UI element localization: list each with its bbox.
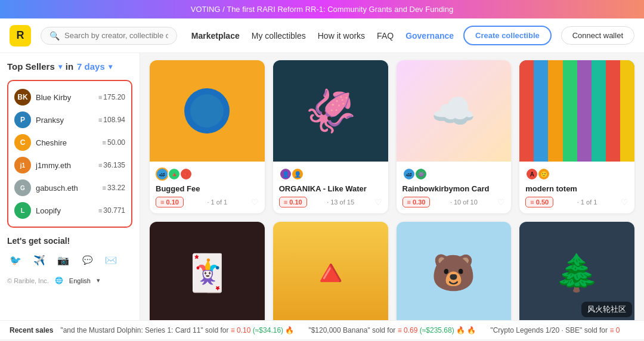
ticker-item: "Crypto Legends 1/20 · SBE" sold for ≡ 0 <box>490 326 620 334</box>
search-bar[interactable]: 🔍 <box>41 27 177 45</box>
top-sellers-dropdown[interactable]: ▾ <box>58 63 62 71</box>
avatar: 🏎 <box>156 168 169 181</box>
search-input[interactable] <box>64 31 168 40</box>
instagram-icon[interactable]: 📷 <box>55 252 72 268</box>
list-item[interactable]: BK Blue Kirby ≡ 175.20 <box>12 86 128 108</box>
telegram-icon[interactable]: ✈️ <box>31 252 48 268</box>
eth-icon: ≡ <box>103 184 106 191</box>
connect-wallet-button[interactable]: Connect wallet <box>561 26 634 45</box>
nft-image <box>150 60 265 162</box>
avatar: 🔺 <box>168 168 181 181</box>
nft-card-body: 🏎 🔺 🔻 Bugged Fee ≡ 0.10 · 1 of 1 ♡ <box>150 162 265 213</box>
chevron-down-icon: ▾ <box>97 277 100 284</box>
seller-price: ≡ 33.22 <box>103 184 125 192</box>
social-section: Let's get social! 🐦 ✈️ 📷 💬 ✉️ <box>7 236 132 268</box>
like-icon[interactable]: ♡ <box>251 197 259 207</box>
eth-icon: ≡ <box>98 116 102 123</box>
like-icon[interactable]: ♡ <box>497 197 505 207</box>
banner-text: VOTING / The first RARI Reform RR-1: Com… <box>191 5 453 14</box>
footer-language[interactable]: English <box>69 277 91 284</box>
ticker-item: "and the Mustard Dolphin: Series 1: Card… <box>60 326 294 334</box>
seller-name: j1mmy.eth <box>36 161 94 170</box>
period-dropdown[interactable]: ▾ <box>109 63 112 71</box>
nft-card[interactable]: 🔺 🏎 🔴 Triangle Art ≡ 0.20 · 2 of 8 ♡ <box>273 222 388 320</box>
nft-card[interactable]: 🃏 🏎 ⚫ ⚪ Card 2 ≡ 0.15 · 1 of 5 ♡ <box>150 222 265 320</box>
list-item[interactable]: j1 j1mmy.eth ≡ 36.135 <box>12 154 128 176</box>
nft-card[interactable]: 🦑 👤 👤 ORGANIKA - Like Water ≡ 0.10 · 13 … <box>273 60 388 213</box>
nft-card[interactable]: ☁️ 🏎 👾 Rainbowkirbymon Card ≡ 0.30 · 10 … <box>397 60 512 213</box>
nav-governance[interactable]: Governance <box>405 31 454 41</box>
seller-price: ≡ 36.135 <box>98 161 125 169</box>
nft-title: Bugged Fee <box>156 184 259 193</box>
nft-card[interactable]: 🐻 🏎 🟡 DVD Bear ≡ 0.12 · 3 of 10 ♡ <box>397 222 512 320</box>
nft-title: Rainbowkirbymon Card <box>402 184 506 193</box>
list-item[interactable]: C Cheshire ≡ 50.00 <box>12 131 128 154</box>
nav-faq[interactable]: FAQ <box>377 31 394 41</box>
nft-title: modern totem <box>525 184 628 193</box>
nft-creators: A 🙂 <box>525 168 628 181</box>
twitter-icon[interactable]: 🐦 <box>7 252 24 268</box>
nft-image: 🃏 <box>150 222 265 320</box>
list-item[interactable]: L Loopify ≡ 30.771 <box>12 199 128 222</box>
ticker-price: ≡ 0.10 <box>231 326 251 334</box>
nft-card-body: A 🙂 modern totem ≡ 0.50 · 1 of 1 ♡ <box>519 162 634 213</box>
nft-price-badge[interactable]: ≡ 0.10 <box>279 197 307 207</box>
nft-image: 🐻 <box>397 222 512 320</box>
avatar: 👤 <box>291 168 304 181</box>
nft-supply: · 10 of 10 <box>450 199 478 206</box>
top-banner: VOTING / The first RARI Reform RR-1: Com… <box>0 0 644 18</box>
sidebar: Top Sellers ▾ in 7 days ▾ BK Blue Kirby … <box>0 53 140 320</box>
top-sellers-label: Top Sellers <box>7 61 55 72</box>
list-item[interactable]: G gabusch.eth ≡ 33.22 <box>12 176 128 199</box>
search-icon: 🔍 <box>49 31 60 41</box>
avatar: BK <box>14 89 31 106</box>
nft-image <box>519 60 634 162</box>
price-value: 175.20 <box>103 93 125 101</box>
like-icon[interactable]: ♡ <box>621 197 628 207</box>
ticker-usd: (≈$235.68) <box>420 326 454 334</box>
footer-copyright: © Rarible, Inc. <box>7 277 49 284</box>
nav-how-it-works[interactable]: How it works <box>318 31 365 41</box>
nav-marketplace[interactable]: Marketplace <box>191 31 240 41</box>
fire-icon-2: 🔥 <box>467 326 476 334</box>
nft-creators: 🏎 🔺 🔻 <box>156 168 259 181</box>
logo[interactable]: R <box>10 25 31 46</box>
mail-icon[interactable]: ✉️ <box>103 252 119 268</box>
price-value: 30.771 <box>103 206 125 215</box>
eth-icon: ≡ <box>98 207 102 214</box>
discord-icon[interactable]: 💬 <box>79 252 95 268</box>
nft-price-badge[interactable]: ≡ 0.10 <box>156 197 184 207</box>
avatar: L <box>14 202 31 219</box>
avatar: A <box>525 168 538 181</box>
price-value: 108.94 <box>103 116 125 124</box>
sellers-box: BK Blue Kirby ≡ 175.20 P Pranksy ≡ 108.9… <box>7 80 132 228</box>
eth-icon: ≡ <box>98 94 102 101</box>
nft-grid: 🏎 🔺 🔻 Bugged Fee ≡ 0.10 · 1 of 1 ♡ <box>150 60 634 320</box>
create-collectible-button[interactable]: Create collectible <box>463 26 552 45</box>
nft-creators: 🏎 👾 <box>402 168 506 181</box>
nft-card[interactable]: A 🙂 modern totem ≡ 0.50 · 1 of 1 ♡ <box>519 60 634 213</box>
sidebar-footer: © Rarible, Inc. 🌐 English ▾ <box>7 277 132 284</box>
list-item[interactable]: P Pranksy ≡ 108.94 <box>12 108 128 131</box>
seller-name: Pranksy <box>36 116 94 125</box>
nft-card[interactable]: 🏎 🔺 🔻 Bugged Fee ≡ 0.10 · 1 of 1 ♡ <box>150 60 265 213</box>
nft-supply: · 1 of 1 <box>577 199 597 206</box>
nav-collectibles[interactable]: My collectibles <box>252 31 306 41</box>
nft-footer: ≡ 0.10 · 13 of 15 ♡ <box>279 197 382 207</box>
seller-price: ≡ 108.94 <box>98 116 125 124</box>
seller-price: ≡ 30.771 <box>98 206 125 215</box>
top-sellers-header: Top Sellers ▾ in 7 days ▾ <box>7 61 132 72</box>
fire-icon: 🔥 <box>456 326 465 334</box>
seller-name: Blue Kirby <box>36 93 94 102</box>
avatar: P <box>14 111 31 128</box>
nft-price-badge[interactable]: ≡ 0.30 <box>402 197 431 207</box>
price-value: 33.22 <box>107 184 125 192</box>
nft-price-badge[interactable]: ≡ 0.50 <box>525 197 553 207</box>
price-value: 50.00 <box>107 138 125 147</box>
ticker-price: ≡ 0.69 <box>398 326 418 334</box>
eth-icon: ≡ <box>103 139 106 146</box>
avatar: G <box>14 179 31 196</box>
like-icon[interactable]: ♡ <box>374 197 382 207</box>
nft-title: ORGANIKA - Like Water <box>279 184 382 193</box>
fire-icon: 🔥 <box>285 326 294 334</box>
